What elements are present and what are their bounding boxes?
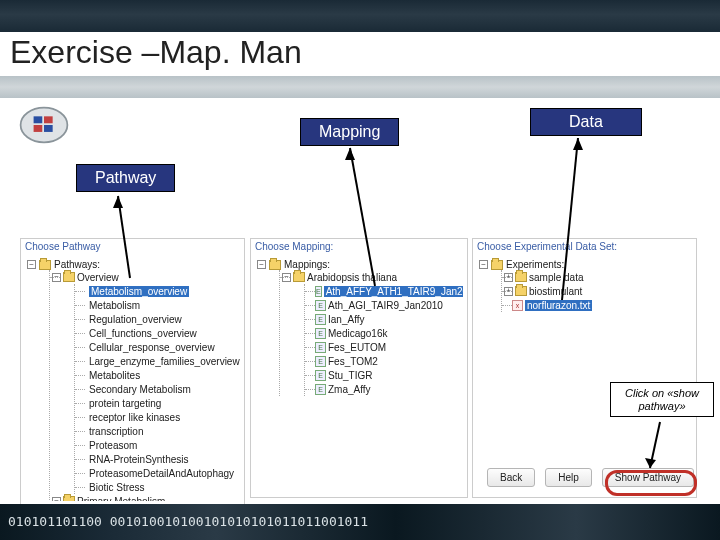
tree-item[interactable]: EStu_TIGR bbox=[307, 368, 463, 382]
panel-choose-data: Choose Experimental Data Set: − Experime… bbox=[472, 238, 697, 498]
help-button[interactable]: Help bbox=[545, 468, 592, 487]
svg-rect-4 bbox=[44, 125, 53, 132]
collapse-icon[interactable]: − bbox=[27, 260, 36, 269]
panel-label: Choose Pathway bbox=[25, 241, 101, 252]
tree-item[interactable]: xnorflurazon.txt bbox=[504, 298, 692, 312]
tree-item[interactable]: EIan_Affy bbox=[307, 312, 463, 326]
chip-data: Data bbox=[530, 108, 642, 136]
panel-choose-mapping: Choose Mapping: − Mappings: − Arabidopsi… bbox=[250, 238, 468, 498]
back-button[interactable]: Back bbox=[487, 468, 535, 487]
tree-pathways[interactable]: − Pathways: − Overview Metabolism_overvi… bbox=[27, 257, 240, 501]
decorative-bottom-bar: 010101101100 001010010100101010101011011… bbox=[0, 504, 720, 540]
highlight-ring bbox=[605, 470, 697, 496]
collapse-icon[interactable]: − bbox=[257, 260, 266, 269]
folder-icon bbox=[63, 272, 75, 282]
tree-item[interactable]: EFes_EUTOM bbox=[307, 340, 463, 354]
decorative-subbar bbox=[0, 76, 720, 98]
tree-item[interactable]: Proteasom bbox=[77, 438, 240, 452]
panel-label: Choose Mapping: bbox=[255, 241, 333, 252]
tree-item[interactable]: Metabolites bbox=[77, 368, 240, 382]
collapse-icon[interactable]: − bbox=[52, 497, 61, 502]
tree-item[interactable]: EMedicago16k bbox=[307, 326, 463, 340]
tree-item[interactable]: Biotic Stress bbox=[77, 480, 240, 494]
folder-icon bbox=[293, 272, 305, 282]
svg-marker-6 bbox=[113, 196, 123, 208]
svg-marker-8 bbox=[345, 148, 355, 160]
tree-item[interactable]: RNA-ProteinSynthesis bbox=[77, 452, 240, 466]
tree-item[interactable]: EAth_AFFY_ATH1_TAIR9_Jan2010 bbox=[307, 284, 463, 298]
tree-experiments[interactable]: − Experiments: +sample data+biostimulant… bbox=[479, 257, 692, 493]
decorative-top-bar bbox=[0, 0, 720, 32]
tree-item[interactable]: Cell_functions_overview bbox=[77, 326, 240, 340]
tree-root-label: Experiments: bbox=[506, 259, 564, 270]
tree-item[interactable]: Large_enzyme_families_overview bbox=[77, 354, 240, 368]
tree-item[interactable]: ProteasomeDetailAndAutophagy bbox=[77, 466, 240, 480]
tree-item[interactable]: EAth_AGI_TAIR9_Jan2010 bbox=[307, 298, 463, 312]
collapse-icon[interactable]: − bbox=[479, 260, 488, 269]
folder-icon bbox=[491, 260, 503, 270]
folder-icon bbox=[39, 260, 51, 270]
slide-title: Exercise –Map. Man bbox=[10, 34, 302, 71]
tree-root-label: Mappings: bbox=[284, 259, 330, 270]
tree-folder[interactable]: +sample data bbox=[504, 270, 692, 284]
svg-rect-2 bbox=[44, 116, 53, 123]
tree-group[interactable]: − Primary Metabolism bbox=[52, 494, 240, 501]
tree-item[interactable]: EFes_TOM2 bbox=[307, 354, 463, 368]
tree-item[interactable]: Cellular_response_overview bbox=[77, 340, 240, 354]
collapse-icon[interactable]: − bbox=[282, 273, 291, 282]
wizard-area: Choose Pathway − Pathways: − Overview bbox=[20, 238, 700, 506]
tree-root-label: Pathways: bbox=[54, 259, 100, 270]
svg-rect-1 bbox=[34, 116, 43, 123]
svg-rect-3 bbox=[34, 125, 43, 132]
tree-item[interactable]: protein targeting bbox=[77, 396, 240, 410]
tree-group[interactable]: − Overview bbox=[52, 270, 240, 284]
collapse-icon[interactable]: − bbox=[52, 273, 61, 282]
panel-choose-pathway: Choose Pathway − Pathways: − Overview bbox=[20, 238, 245, 506]
tree-item[interactable]: receptor like kinases bbox=[77, 410, 240, 424]
svg-marker-10 bbox=[573, 138, 583, 150]
tree-folder[interactable]: +biostimulant bbox=[504, 284, 692, 298]
folder-icon bbox=[63, 496, 75, 501]
tree-item[interactable]: transcription bbox=[77, 424, 240, 438]
tree-item[interactable]: Metabolism bbox=[77, 298, 240, 312]
tree-item[interactable]: Metabolism_overview bbox=[77, 284, 240, 298]
tree-item[interactable]: Secondary Metabolism bbox=[77, 382, 240, 396]
folder-icon bbox=[269, 260, 281, 270]
chip-mapping: Mapping bbox=[300, 118, 399, 146]
mapman-logo bbox=[18, 104, 70, 146]
tree-mappings[interactable]: − Mappings: − Arabidopsis thaliana EAth_… bbox=[257, 257, 463, 493]
tree-group[interactable]: − Arabidopsis thaliana bbox=[282, 270, 463, 284]
tree-item[interactable]: EZma_Affy bbox=[307, 382, 463, 396]
panel-label: Choose Experimental Data Set: bbox=[477, 241, 617, 252]
tree-item[interactable]: Regulation_overview bbox=[77, 312, 240, 326]
chip-pathway: Pathway bbox=[76, 164, 175, 192]
callout-show-pathway: Click on «show pathway» bbox=[610, 382, 714, 417]
